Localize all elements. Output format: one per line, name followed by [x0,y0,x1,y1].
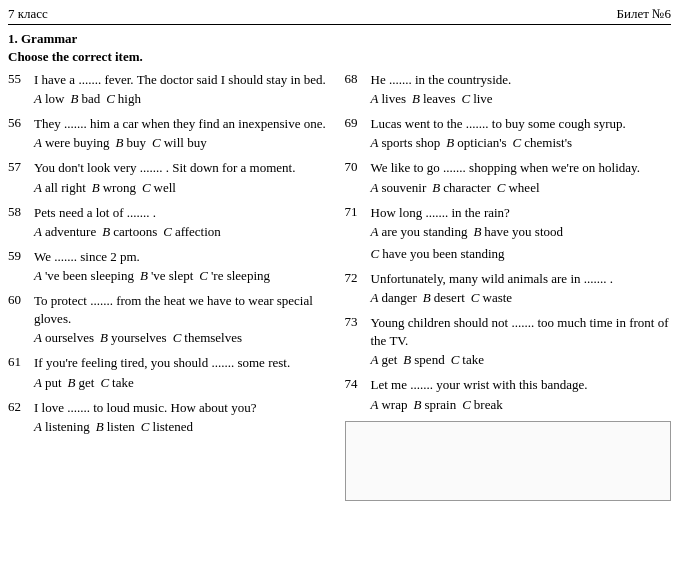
answer-options: A 've been sleepingB 've sleptC 're slee… [8,268,335,284]
question-number: 57 [8,159,30,177]
answer-letter: A [371,180,379,196]
answer-letter: C [152,135,161,151]
answer-text: yourselves [111,330,167,346]
answer-item: C live [461,91,492,107]
answer-item: A low [34,91,64,107]
question-number: 62 [8,399,30,417]
answer-item: C will buy [152,135,207,151]
question-row: 57You don't look very ....... . Sit down… [8,159,335,177]
answer-letter: C [106,91,115,107]
question-block: 74Let me ....... your wrist with this ba… [345,376,672,412]
answer-item: B listen [96,419,135,435]
question-block: 60To protect ....... from the heat we ha… [8,292,335,346]
answer-letter: B [92,180,100,196]
answer-text: waste [483,290,513,306]
answer-letter: C [100,375,109,391]
answer-letter: C [141,419,150,435]
answer-item: A souvenir [371,180,427,196]
answer-letter: C [173,330,182,346]
answer-letter: A [371,91,379,107]
answer-item: A ourselves [34,330,94,346]
answer-text: have you been standing [382,246,504,262]
answer-letter: B [68,375,76,391]
answer-letter: C [461,91,470,107]
answer-text: put [45,375,62,391]
answer-text: optician's [457,135,506,151]
answer-text: get [381,352,397,368]
question-number: 70 [345,159,367,177]
answer-letter: A [371,352,379,368]
answer-item: A danger [371,290,417,306]
answer-text: break [474,397,503,413]
question-number: 68 [345,71,367,89]
answer-item: B optician's [446,135,506,151]
answer-letter: A [371,290,379,306]
question-text: They ....... him a car when they find an… [34,115,335,133]
answer-letter: B [140,268,148,284]
instruction: Choose the correct item. [8,49,671,65]
question-number: 58 [8,204,30,222]
answer-options: A were buyingB buyC will buy [8,135,335,151]
answer-item: C affection [163,224,221,240]
question-block: 56They ....... him a car when they find … [8,115,335,151]
question-number: 61 [8,354,30,372]
answer-options: A ourselvesB yourselvesC themselves [8,330,335,346]
answer-item: C chemist's [513,135,573,151]
question-row: 59We ....... since 2 pm. [8,248,335,266]
question-text: Pets need a lot of ....... . [34,204,335,222]
answer-text: low [45,91,65,107]
answer-letter: B [413,397,421,413]
answer-letter: A [34,180,42,196]
question-row: 55I have a ....... fever. The doctor sai… [8,71,335,89]
question-block: 69Lucas went to the ....... to buy some … [345,115,672,151]
answer-letter: C [513,135,522,151]
question-block: 70We like to go ....... shopping when we… [345,159,672,195]
answer-options: A livesB leavesC live [345,91,672,107]
answer-item: C high [106,91,141,107]
answer-item: A were buying [34,135,110,151]
answer-options: A wrapB sprainC break [345,397,672,413]
answer-letter: B [116,135,124,151]
answer-options: A getB spendC take [345,352,672,368]
answer-item: B buy [116,135,146,151]
answer-text: well [154,180,176,196]
answer-text: leaves [423,91,455,107]
answer-text: character [443,180,491,196]
questions-columns: 55I have a ....... fever. The doctor sai… [8,71,671,501]
question-number: 60 [8,292,30,328]
question-number: 72 [345,270,367,288]
answer-item: C have you been standing [371,246,505,262]
class-label: 7 класс [8,6,48,22]
answer-letter: C [142,180,151,196]
answer-letter: A [34,268,42,284]
answer-letter: C [497,180,506,196]
answer-letter: B [432,180,440,196]
question-block: 55I have a ....... fever. The doctor sai… [8,71,335,107]
answer-letter: C [199,268,208,284]
answer-text: listening [45,419,90,435]
answer-write-box[interactable] [345,421,672,501]
answer-text: desert [434,290,465,306]
answer-text: wrong [103,180,136,196]
answer-letter: A [34,330,42,346]
answer-text: lives [381,91,406,107]
answer-item: A sports shop [371,135,441,151]
question-row: 72Unfortunately, many wild animals are i… [345,270,672,288]
answer-text: affection [175,224,221,240]
question-row: 61If you're feeling tired, you should ..… [8,354,335,372]
right-column: 68He ....... in the countryside.A livesB… [345,71,672,501]
question-block: 71How long ....... in the rain?A are you… [345,204,672,262]
answer-text: souvenir [381,180,426,196]
answer-item: B bad [70,91,100,107]
answer-item: C take [451,352,484,368]
question-row: 58Pets need a lot of ....... . [8,204,335,222]
answer-text: sprain [424,397,456,413]
answer-text: bad [81,91,100,107]
question-text: I love ....... to loud music. How about … [34,399,335,417]
answer-letter: B [96,419,104,435]
answer-text: cartoons [113,224,157,240]
answer-text: spend [414,352,444,368]
answer-item: A lives [371,91,407,107]
answer-item: C take [100,375,133,391]
answer-text: high [118,91,141,107]
